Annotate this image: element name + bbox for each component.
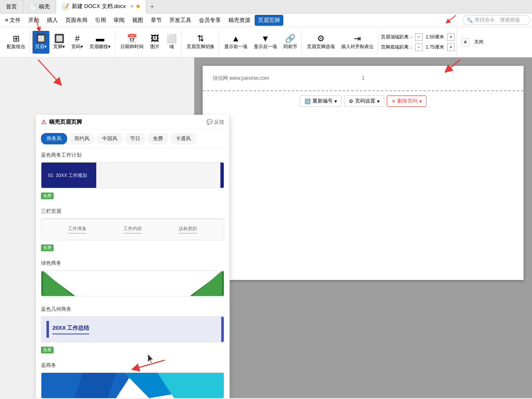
menu-file[interactable]: ≡ 文件 (2, 15, 24, 26)
menu-insert[interactable]: 插入 (43, 15, 61, 26)
template-1-badge: 免费 (41, 193, 54, 199)
distance-bottom-plus[interactable]: ＋ (447, 43, 455, 51)
template-card-5[interactable] (41, 372, 224, 398)
template-5-title: 蓝商务 (41, 362, 224, 369)
tab-gaoke-label: 稿壳 (39, 3, 50, 11)
ribbon: ⊞ 配套组合 🔲 页眉▾ 🔲 页脚▾ # 页码▾ ▬ (0, 27, 532, 57)
tab-gaoke[interactable]: 📄 稿壳 (23, 0, 56, 13)
renumber-icon: 🔢 (304, 98, 311, 104)
template-section-3: 绿色商务 (36, 256, 229, 302)
page-num-toolbar: 🔢 重新编号 ▾ ⚙ 页码设置 ▾ ✕ 删除页码 ▾ (203, 91, 524, 111)
template-3-preview (41, 271, 224, 296)
ribbon-group-insert: 📅 日期和时间 🖼 图片 ⬜ 域 (116, 30, 182, 55)
tab-close-icon[interactable]: ✕ (130, 4, 134, 9)
menu-dev-label: 开发工具 (169, 17, 191, 23)
search-box[interactable]: 🔍 查找命令、搜索模板 (463, 15, 530, 25)
close-label: 关闭 (474, 39, 483, 45)
btn-switch[interactable]: ⇅ 页眉页脚切换 (184, 31, 217, 54)
sameprev-label: 同前节 (283, 43, 297, 50)
feedback-button[interactable]: 💬 反馈 (206, 119, 224, 126)
btn-close[interactable]: 关闭 (471, 31, 486, 54)
panel-title: ⚠ 稿壳页眉页脚 (41, 118, 82, 126)
tab-doc[interactable]: 📝 新建 DOCX 文档.docx ✕ (56, 0, 146, 14)
header-left-text: 抉信网 www.juexinw.com (213, 75, 269, 82)
btn-datetime[interactable]: 📅 日期和时间 (118, 31, 146, 54)
template-section-5: 蓝商务 (36, 358, 229, 398)
btn-close-x[interactable]: ✕ (461, 38, 470, 46)
menu-ref[interactable]: 引用 (92, 15, 109, 26)
style-tab-chinese[interactable]: 中国风 (97, 133, 123, 144)
template-card-4[interactable]: 20XX 工作总结 (41, 316, 224, 342)
btn-headerline[interactable]: ▬ 页眉横线▾ (87, 31, 113, 54)
style-tabs: 商务风 简约风 中国风 节日 免费 卡通风 (36, 130, 229, 148)
btn-combo[interactable]: ⊞ 配套组合 (4, 31, 28, 54)
template-card-1[interactable]: 01 20XX 工作规划 (41, 162, 224, 188)
header-page-num: 1 (362, 75, 365, 81)
btn-hf-options[interactable]: ⚙ 页眉页脚选项 (304, 31, 337, 54)
panel-title-text: 稿壳页眉页脚 (49, 118, 82, 126)
btn-renumber[interactable]: 🔢 重新编号 ▾ (300, 95, 342, 107)
svg-line-6 (38, 60, 59, 83)
btn-picture[interactable]: 🖼 图片 (147, 31, 163, 54)
gaoke-icon: 📄 (29, 3, 36, 10)
page-body (203, 111, 524, 280)
menu-headerfooter[interactable]: 页眉页脚 (255, 15, 283, 26)
btn-pagenum-settings[interactable]: ⚙ 页码设置 ▾ (344, 95, 384, 107)
template-4-title: 蓝色几何商务 (41, 306, 224, 313)
document-page: 抉信网 www.juexinw.com 1 🔢 重新编号 ▾ ⚙ 页码设置 ▾ … (203, 66, 524, 280)
svg-line-0 (448, 15, 456, 22)
btn-delete-pagenum[interactable]: ✕ 删除页码 ▾ (387, 95, 426, 107)
style-tab-cartoon[interactable]: 卡通风 (170, 133, 196, 144)
t1-subtitle: 20XX 工作规划 (56, 172, 87, 179)
menu-dev[interactable]: 开发工具 (166, 15, 195, 26)
t2-col3: 达标差距 (179, 225, 197, 233)
t1-right-bar (220, 163, 224, 188)
style-tab-free[interactable]: 免费 (147, 133, 168, 144)
template-card-2[interactable]: 工作准备 工作内容 达标差距 (41, 218, 224, 240)
headerline-label: 页眉横线▾ (90, 43, 111, 50)
field-icon: ⬜ (166, 34, 177, 43)
btn-align-tab[interactable]: ⇥ 插入对齐制表位 (339, 31, 376, 54)
menu-resource[interactable]: 稿壳资源 (225, 15, 254, 26)
style-tab-business[interactable]: 商务风 (41, 133, 67, 144)
tab-home[interactable]: 首页 (0, 0, 23, 13)
menu-insert-label: 插入 (47, 17, 58, 23)
btn-same-prev[interactable]: 🔗 同前节 (281, 31, 300, 54)
btn-footer[interactable]: 🔲 页脚▾ (51, 31, 68, 54)
template-2-badge: 免费 (41, 244, 54, 251)
menu-view-label: 视图 (132, 17, 143, 23)
search-arrow (443, 15, 460, 25)
menu-layout[interactable]: 页面布局 (62, 15, 91, 26)
tab-bar: 首页 📄 稿壳 📝 新建 DOCX 文档.docx ✕ + (0, 0, 532, 14)
style-tab-simple[interactable]: 简约风 (69, 133, 95, 144)
t2-col2: 工作内容 (123, 225, 142, 233)
tab-add-button[interactable]: + (146, 0, 158, 13)
menu-file-label: ≡ 文件 (5, 17, 21, 23)
distance-bottom-value: 1.75厘米 (424, 44, 445, 50)
btn-header[interactable]: 🔲 页眉▾ (33, 31, 49, 54)
distance-bottom-minus[interactable]: － (415, 43, 423, 51)
menu-view[interactable]: 视图 (129, 15, 147, 26)
btn-field[interactable]: ⬜ 域 (164, 31, 179, 54)
switch-icon: ⇅ (197, 34, 204, 43)
menu-review[interactable]: 审阅 (110, 15, 128, 26)
distance-top-plus[interactable]: ＋ (447, 33, 455, 41)
ribbon-group-header: 🔲 页眉▾ 🔲 页脚▾ # 页码▾ ▬ 页眉横线▾ (31, 30, 115, 55)
style-tab-cartoon-label: 卡通风 (176, 136, 191, 141)
distance-top-minus[interactable]: － (415, 33, 423, 41)
style-tab-holiday[interactable]: 节日 (125, 133, 146, 144)
menu-chapter[interactable]: 章节 (147, 15, 165, 26)
template-section-1: 蓝色商务工作计划 01 20XX 工作规划 免费 (36, 148, 229, 204)
template-card-3[interactable] (41, 270, 224, 296)
t2-col1: 工作准备 (68, 225, 87, 233)
menu-vip[interactable]: 会员专享 (195, 15, 224, 26)
delete-pagenum-label: 删除页码 (397, 98, 418, 105)
menu-start[interactable]: 开始 (25, 15, 43, 26)
btn-next[interactable]: ▼ 显示后一项 (251, 31, 280, 54)
feedback-icon: 💬 (206, 119, 213, 125)
search-icon: 🔍 (467, 17, 473, 23)
btn-pagenum[interactable]: # 页码▾ (69, 31, 86, 54)
next-label: 显示后一项 (254, 43, 277, 50)
btn-prev[interactable]: ▲ 显示前一项 (222, 31, 250, 54)
picture-icon: 🖼 (151, 34, 159, 43)
